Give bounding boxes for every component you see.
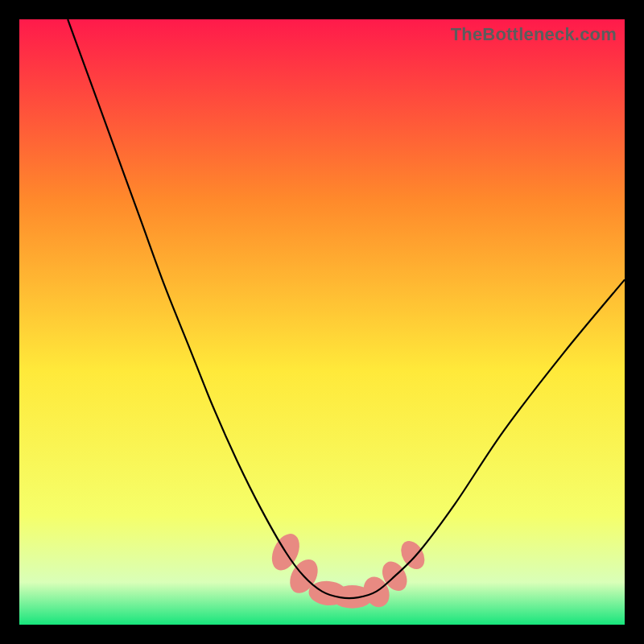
chart-svg [19,19,625,625]
watermark-text: TheBottleneck.com [451,24,617,45]
plot-area: TheBottleneck.com [19,19,625,625]
chart-frame: TheBottleneck.com [0,0,644,644]
gradient-background [19,19,625,625]
